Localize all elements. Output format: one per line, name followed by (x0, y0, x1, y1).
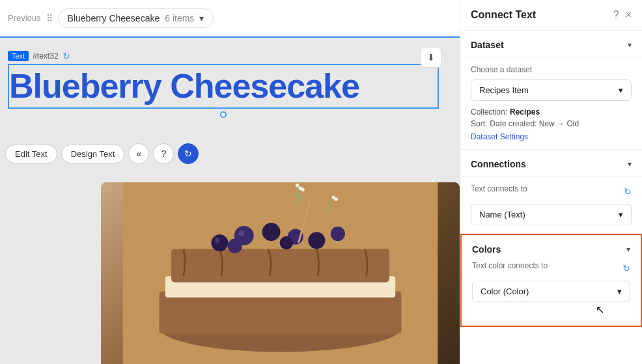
colors-refresh-icon[interactable]: ↻ (622, 263, 630, 273)
connections-section-title: Connections (471, 159, 526, 169)
connect-icon-button[interactable]: ↻ (178, 143, 199, 164)
svg-point-12 (280, 236, 293, 249)
breadcrumb-name: Blueberry Cheesecake (68, 13, 160, 23)
help-icon-button[interactable]: ? (153, 143, 174, 164)
text-connects-label-row: Text connects to ↻ (471, 184, 632, 199)
colors-section-title: Colors (472, 244, 501, 255)
colors-section-body: Text color connects to ↻ Color (Color) ▾… (462, 261, 641, 326)
svg-point-7 (262, 223, 281, 241)
element-id-label: #text32 (33, 51, 58, 61)
svg-point-20 (301, 188, 305, 191)
cake-image (101, 182, 460, 364)
items-count: 6 items (165, 13, 194, 23)
back-icon: « (136, 148, 141, 159)
svg-point-10 (331, 227, 345, 241)
connections-section-header[interactable]: Connections ▾ (460, 150, 642, 176)
panel-title: Connect Text (471, 9, 536, 21)
right-panel: Connect Text ? × Dataset ▾ Choose a data… (460, 0, 642, 364)
connection-select-value: Name (Text) (479, 210, 525, 219)
text-color-connects-label: Text color connects to (472, 261, 548, 270)
dataset-section-title: Dataset (471, 40, 504, 50)
dataset-section: Dataset ▾ Choose a dataset Recipes Item … (460, 31, 642, 150)
sort-meta: Sort: Date created: New → Old (471, 119, 632, 128)
svg-point-11 (228, 238, 242, 253)
dataset-section-header[interactable]: Dataset ▾ (460, 31, 642, 57)
svg-point-19 (296, 184, 300, 188)
edit-text-button[interactable]: Edit Text (5, 145, 57, 163)
svg-rect-2 (160, 291, 402, 333)
cursor-row: ↖ (472, 302, 630, 315)
download-button[interactable]: ⬇ (421, 47, 441, 68)
color-select-value: Color (Color) (481, 287, 529, 296)
panel-header-icons: ? × (613, 9, 632, 21)
svg-rect-4 (171, 249, 389, 282)
main-heading-text[interactable]: Blueberry Cheesecake (8, 64, 439, 109)
connections-section-body: Text connects to ↻ Name (Text) ▾ (460, 176, 642, 234)
resize-dot (220, 111, 227, 118)
cursor-pointer-icon: ↖ (596, 303, 604, 316)
colors-section-header[interactable]: Colors ▾ (462, 235, 641, 261)
dataset-select[interactable]: Recipes Item ▾ (471, 79, 632, 101)
text-connects-label: Text connects to (471, 184, 527, 193)
svg-point-5 (211, 234, 228, 251)
previous-button[interactable]: Previous (8, 13, 41, 23)
dataset-select-chevron: ▾ (619, 85, 623, 95)
question-icon: ? (613, 9, 619, 20)
help-icon: ? (161, 148, 166, 159)
color-select-chevron: ▾ (617, 287, 622, 296)
panel-close-button[interactable]: × (626, 9, 632, 21)
dataset-settings-link[interactable]: Dataset Settings (471, 132, 632, 141)
svg-point-9 (308, 232, 325, 249)
dataset-section-body: Choose a dataset Recipes Item ▾ Collecti… (460, 57, 642, 150)
resize-handle[interactable] (8, 111, 439, 118)
connection-select[interactable]: Name (Text) ▾ (471, 204, 632, 225)
download-icon: ⬇ (427, 52, 435, 63)
collection-meta: Collection: Recipes (471, 107, 632, 117)
svg-point-13 (215, 238, 219, 243)
element-tag-row: Text #text32 ↻ (8, 51, 439, 61)
connections-refresh-icon[interactable]: ↻ (624, 186, 632, 197)
breadcrumb-pill[interactable]: Blueberry Cheesecake 6 items ▾ (58, 8, 214, 28)
panel-header: Connect Text ? × (460, 0, 642, 31)
panel-help-button[interactable]: ? (613, 9, 619, 21)
back-icon-button[interactable]: « (128, 143, 149, 164)
colors-chevron-icon: ▾ (626, 245, 630, 254)
chevron-down-icon: ▾ (199, 13, 204, 23)
dataset-chevron-icon: ▾ (628, 40, 632, 49)
drag-handle-icon[interactable]: ⠿ (46, 13, 53, 23)
canvas-area: Previous ⠿ Blueberry Cheesecake 6 items … (0, 0, 460, 364)
connection-select-chevron: ▾ (619, 210, 623, 219)
text-color-label-row: Text color connects to ↻ (472, 261, 630, 275)
choose-dataset-label: Choose a dataset (471, 65, 632, 74)
connect-icon: ↻ (184, 148, 192, 159)
color-select[interactable]: Color (Color) ▾ (472, 281, 630, 302)
refresh-link-icon[interactable]: ↻ (63, 51, 70, 61)
svg-point-14 (238, 230, 244, 236)
element-type-tag: Text (8, 51, 29, 61)
close-icon: × (626, 9, 632, 20)
connections-chevron-icon: ▾ (628, 160, 632, 169)
connections-section: Connections ▾ Text connects to ↻ Name (T… (460, 150, 642, 234)
colors-section-highlighted: Colors ▾ Text color connects to ↻ Color … (460, 234, 642, 327)
text-element-wrapper: Text #text32 ↻ Blueberry Cheesecake (0, 44, 447, 128)
toolbar-row: Edit Text Design Text « ? ↻ (5, 143, 199, 164)
top-bar: Previous ⠿ Blueberry Cheesecake 6 items … (0, 0, 460, 36)
dataset-select-value: Recipes Item (479, 85, 529, 95)
design-text-button[interactable]: Design Text (61, 145, 125, 163)
svg-point-23 (334, 197, 338, 201)
